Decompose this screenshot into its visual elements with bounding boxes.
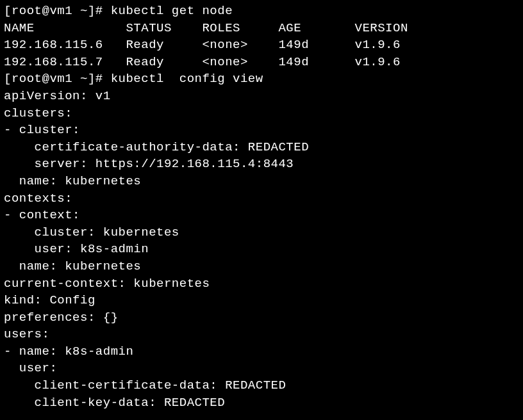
terminal-line: user: — [4, 360, 519, 377]
terminal-line: kind: Config — [4, 292, 519, 309]
terminal-line: - name: k8s-admin — [4, 343, 519, 360]
terminal-line: NAME STATUS ROLES AGE VERSION — [4, 20, 519, 37]
terminal-line: preferences: {} — [4, 309, 519, 327]
terminal-line: apiVersion: v1 — [4, 88, 519, 105]
terminal-line: user: k8s-admin — [4, 241, 519, 258]
terminal-line: current-context: kubernetes — [4, 275, 519, 293]
terminal-line: 192.168.115.6 Ready <none> 149d v1.9.6 — [4, 36, 519, 54]
terminal-line: 192.168.115.7 Ready <none> 149d v1.9.6 — [4, 54, 519, 71]
terminal-line: client-key-data: REDACTED — [4, 394, 519, 412]
terminal-line: clusters: — [4, 105, 519, 122]
terminal-line: client-certificate-data: REDACTED — [4, 377, 519, 394]
terminal-line: certificate-authority-data: REDACTED — [4, 139, 519, 156]
terminal-line: server: https://192.168.115.4:8443 — [4, 156, 519, 173]
terminal-window[interactable]: [root@vm1 ~]# kubectl get node NAME STAT… — [4, 3, 519, 411]
terminal-line: contexts: — [4, 190, 519, 207]
terminal-line: cluster: kubernetes — [4, 224, 519, 241]
terminal-line: [root@vm1 ~]# kubectl get node — [4, 3, 519, 20]
terminal-line: users: — [4, 326, 519, 343]
terminal-line: - context: — [4, 207, 519, 224]
terminal-line: - cluster: — [4, 122, 519, 139]
terminal-line: name: kubernetes — [4, 258, 519, 275]
terminal-line: name: kubernetes — [4, 173, 519, 190]
terminal-line: [root@vm1 ~]# kubectl config view — [4, 70, 519, 88]
